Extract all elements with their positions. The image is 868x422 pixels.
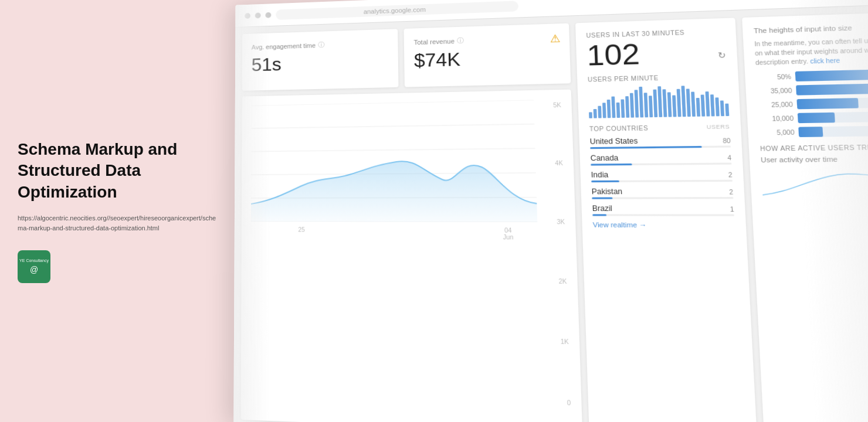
mini-bar-item — [602, 103, 606, 118]
top-countries-label: TOP COUNTRIES USERS — [589, 124, 730, 132]
y-label-5k: 5K — [553, 102, 561, 109]
mini-bar-item — [681, 86, 686, 117]
mini-bar-item — [639, 87, 643, 118]
mini-bar-item — [644, 93, 648, 117]
country-bar-fill — [591, 181, 619, 182]
h-bar-bg — [798, 111, 868, 123]
mini-bar-item — [653, 90, 658, 117]
h-bar-row: 35,000 — [757, 83, 868, 96]
h-bar-label: 35,000 — [757, 87, 792, 94]
svg-line-1 — [251, 124, 534, 128]
mini-bar-item — [667, 92, 672, 117]
badge-text: YE Consultancy — [19, 258, 49, 263]
mini-bar-item — [649, 96, 653, 117]
view-realtime-link[interactable]: View realtime → — [593, 221, 735, 229]
browser-dot-green — [265, 12, 271, 18]
country-row: United States 80 — [590, 135, 731, 149]
country-row: Canada 4 — [591, 152, 732, 165]
h-bar-row: 5,000 — [759, 125, 868, 138]
engagement-metric-card: Avg. engagement time ⓘ 51s — [242, 29, 399, 90]
engagement-info-icon[interactable]: ⓘ — [318, 40, 324, 49]
revenue-info-icon[interactable]: ⓘ — [457, 36, 464, 45]
mini-bar-chart — [588, 85, 730, 118]
h-bar-row: 25,000 — [758, 97, 868, 110]
line-chart-svg — [251, 99, 565, 222]
h-bar-fill — [796, 84, 868, 96]
mini-bar-item — [611, 97, 615, 118]
country-name: Canada — [591, 154, 619, 162]
mini-bar-item — [720, 100, 724, 116]
h-bar-row: 10,000 — [758, 111, 868, 124]
mini-bar-item — [635, 90, 639, 117]
mini-bar-item — [616, 103, 621, 118]
mini-bar-item — [696, 98, 700, 117]
user-activity-label: User activity over time — [761, 155, 868, 164]
mini-bar-item — [672, 95, 676, 117]
country-value: 2 — [729, 188, 733, 195]
how-trending-label: HOW ARE ACTIVE USERS TRENDING? — [760, 144, 868, 152]
mini-bar-item — [686, 89, 691, 117]
country-bar-bg — [591, 180, 733, 182]
right-panel-section: The heights of input into size In the me… — [742, 12, 868, 422]
page-url: https://algocentric.neocities.org//seoex… — [18, 213, 217, 233]
right-panel-title: The heights of input into size — [754, 22, 868, 35]
badge-icon: @ — [30, 265, 38, 275]
country-name: United States — [590, 137, 638, 146]
country-bar-bg — [592, 197, 733, 199]
dashboard-area: analytics.google.com Avg. engagement tim… — [233, 0, 868, 422]
country-bar-fill — [592, 198, 613, 199]
mini-bar-item — [594, 109, 597, 118]
y-label-2k: 2K — [558, 278, 567, 285]
country-name: India — [591, 171, 609, 179]
h-bar-label: 5,000 — [759, 128, 795, 136]
h-bar-label: 25,000 — [758, 101, 793, 108]
country-bar-bg — [592, 214, 734, 216]
mini-bar-item — [621, 99, 625, 118]
h-bar-fill — [798, 113, 835, 123]
h-bar-label: 10,000 — [758, 115, 794, 122]
h-bar-bg — [798, 125, 868, 137]
click-here-link[interactable]: click here — [810, 57, 840, 64]
engagement-value: 51s — [252, 50, 389, 76]
revenue-value: $74K — [414, 46, 560, 72]
country-row: India 2 — [591, 169, 733, 182]
chart-x-labels: 25 04Jun — [251, 224, 565, 241]
browser-url-bar[interactable]: analytics.google.com — [276, 1, 518, 20]
h-bar-fill — [796, 98, 859, 109]
mini-bar-item — [657, 86, 662, 117]
mini-bar-item — [589, 112, 592, 118]
mini-bar-item — [663, 89, 667, 117]
realtime-refresh-icon[interactable]: ↻ — [718, 50, 727, 60]
svg-line-2 — [251, 148, 535, 151]
warning-icon: ⚠ — [550, 32, 560, 45]
mini-bar-item — [625, 96, 629, 118]
h-bar-label: 50% — [756, 73, 791, 81]
h-bar-bg — [795, 69, 868, 81]
mini-bar-item — [630, 93, 634, 118]
y-label-0: 0 — [567, 399, 571, 406]
country-row: Brazil 1 — [592, 204, 734, 216]
x-label-3: 04Jun — [503, 227, 513, 240]
mini-bar-item — [710, 94, 715, 116]
horizontal-bars: 50% 35,000 25,000 10,000 5,000 — [756, 69, 868, 138]
metric-label-revenue: Total revenue ⓘ — [413, 33, 559, 47]
h-bar-row: 50% — [756, 69, 868, 83]
y-label-1k: 1K — [561, 338, 569, 345]
country-value: 80 — [723, 137, 731, 144]
x-label-1: 25 — [298, 226, 304, 239]
country-bar-bg — [591, 162, 731, 165]
y-label-4k: 4K — [555, 160, 563, 167]
realtime-count: 102 — [586, 40, 640, 70]
mini-bar-item — [701, 94, 706, 116]
country-value: 2 — [728, 171, 733, 178]
mini-bar-item — [607, 100, 611, 118]
country-bar-fill — [591, 164, 632, 166]
country-name: Pakistan — [592, 187, 623, 196]
browser-dot-red — [245, 13, 250, 19]
metric-label-engagement: Avg. engagement time ⓘ — [252, 39, 388, 52]
svg-line-0 — [251, 100, 534, 105]
revenue-metric-card: Total revenue ⓘ $74K ⚠ — [404, 23, 571, 87]
h-bar-fill — [798, 127, 823, 137]
right-panel-description: In the meantime, you can often tell user… — [754, 35, 868, 67]
page-title: Schema Markup and Structured Data Optimi… — [18, 139, 217, 203]
